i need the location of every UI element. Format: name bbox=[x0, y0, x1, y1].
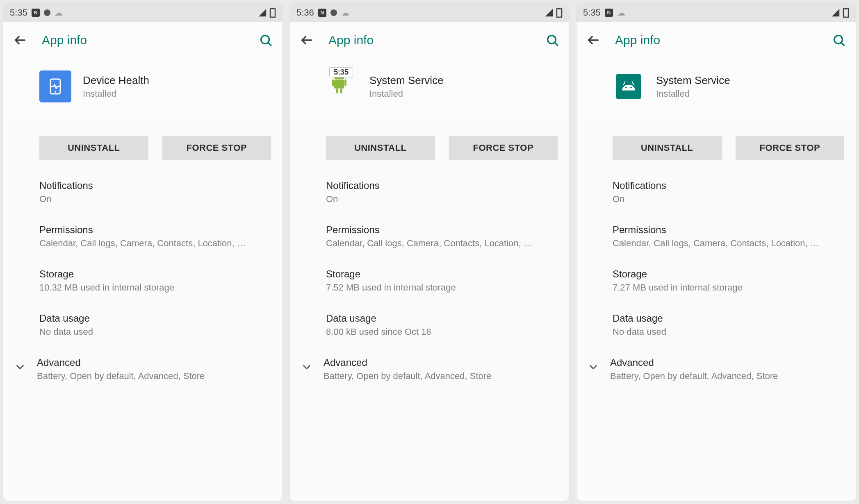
status-wifi-icon: ☁ bbox=[55, 8, 63, 18]
back-button[interactable] bbox=[13, 33, 27, 47]
svg-rect-15 bbox=[336, 89, 338, 93]
row-sub: No data used bbox=[39, 327, 261, 337]
status-time: 5:36 bbox=[296, 7, 314, 18]
row-sub: 7.52 MB used in internal storage bbox=[326, 282, 547, 293]
status-app-icon: N bbox=[318, 9, 326, 17]
row-sub: Battery, Open by default, Advanced, Stor… bbox=[324, 371, 491, 381]
signal-icon bbox=[545, 8, 554, 17]
force-stop-button[interactable]: FORCE STOP bbox=[449, 136, 558, 160]
row-title: Notifications bbox=[39, 180, 271, 191]
app-icon-android: 5:35 bbox=[326, 70, 358, 102]
status-app-icon: N bbox=[605, 9, 613, 17]
svg-rect-1 bbox=[270, 9, 275, 17]
row-title: Permissions bbox=[39, 224, 271, 236]
svg-rect-13 bbox=[332, 79, 334, 86]
status-bar: 5:35 N ☁ bbox=[576, 3, 856, 22]
row-data-usage[interactable]: Data usage No data used bbox=[613, 313, 844, 337]
back-button[interactable] bbox=[586, 33, 600, 47]
row-sub: On bbox=[326, 194, 547, 204]
uninstall-button[interactable]: UNINSTALL bbox=[613, 136, 722, 160]
row-sub: Calendar, Call logs, Camera, Contacts, L… bbox=[326, 238, 547, 249]
row-sub: Battery, Open by default, Advanced, Stor… bbox=[610, 371, 778, 381]
app-icon bbox=[613, 70, 645, 102]
row-title: Data usage bbox=[326, 313, 558, 324]
battery-icon bbox=[843, 8, 849, 18]
content-area: UNINSTALL FORCE STOP Notifications On Pe… bbox=[3, 119, 283, 501]
status-wifi-icon: ☁ bbox=[617, 8, 625, 18]
row-title: Permissions bbox=[613, 224, 844, 236]
app-icon: 5:35 bbox=[326, 70, 358, 102]
app-status: Installed bbox=[83, 89, 149, 99]
row-title: Advanced bbox=[37, 357, 205, 368]
row-data-usage[interactable]: Data usage 8.00 kB used since Oct 18 bbox=[326, 313, 558, 337]
app-icon-android-teal bbox=[616, 74, 641, 99]
search-button[interactable] bbox=[545, 33, 559, 47]
row-title: Advanced bbox=[610, 357, 778, 368]
app-icon-badge: 5:35 bbox=[329, 67, 353, 77]
app-header[interactable]: Device Health Installed bbox=[3, 58, 283, 119]
signal-icon bbox=[831, 8, 840, 17]
battery-icon bbox=[556, 8, 563, 18]
row-notifications[interactable]: Notifications On bbox=[39, 180, 271, 204]
app-icon-devicehealth bbox=[39, 70, 71, 102]
page-title: App info bbox=[42, 33, 87, 47]
row-storage[interactable]: Storage 7.27 MB used in internal storage bbox=[613, 268, 844, 293]
row-sub: 8.00 kB used since Oct 18 bbox=[326, 327, 547, 337]
row-sub: Battery, Open by default, Advanced, Stor… bbox=[37, 371, 205, 381]
row-sub: Calendar, Call logs, Camera, Contacts, L… bbox=[39, 238, 261, 249]
row-advanced[interactable]: Advanced Battery, Open by default, Advan… bbox=[14, 357, 271, 381]
status-bar: 5:35 N ☁ bbox=[3, 3, 283, 22]
row-sub: On bbox=[39, 194, 261, 204]
search-button[interactable] bbox=[259, 33, 273, 47]
status-time: 5:35 bbox=[583, 7, 601, 18]
status-bar: 5:36 N ☁ bbox=[290, 3, 569, 22]
row-title: Advanced bbox=[324, 357, 491, 368]
content-area: UNINSTALL FORCE STOP Notifications On Pe… bbox=[576, 119, 856, 501]
row-notifications[interactable]: Notifications On bbox=[326, 180, 558, 204]
row-advanced[interactable]: Advanced Battery, Open by default, Advan… bbox=[301, 357, 558, 381]
uninstall-button[interactable]: UNINSTALL bbox=[39, 136, 148, 160]
row-sub: 10.32 MB used in internal storage bbox=[39, 282, 261, 293]
force-stop-button[interactable]: FORCE STOP bbox=[162, 136, 271, 160]
signal-icon bbox=[258, 8, 267, 17]
svg-line-27 bbox=[632, 82, 634, 85]
svg-rect-8 bbox=[557, 9, 562, 17]
row-data-usage[interactable]: Data usage No data used bbox=[39, 313, 271, 337]
svg-rect-14 bbox=[344, 79, 346, 86]
row-title: Storage bbox=[39, 268, 271, 280]
svg-line-4 bbox=[268, 43, 271, 45]
chevron-down-icon bbox=[587, 361, 599, 375]
battery-icon bbox=[269, 8, 276, 18]
chevron-down-icon bbox=[301, 361, 313, 375]
row-title: Storage bbox=[326, 268, 558, 280]
app-bar: App info bbox=[290, 22, 569, 58]
row-storage[interactable]: Storage 10.32 MB used in internal storag… bbox=[39, 268, 271, 293]
chevron-down-icon bbox=[14, 361, 26, 375]
row-title: Data usage bbox=[39, 313, 271, 324]
app-bar: App info bbox=[3, 22, 283, 58]
uninstall-button[interactable]: UNINSTALL bbox=[326, 136, 435, 160]
back-button[interactable] bbox=[300, 33, 314, 47]
row-advanced[interactable]: Advanced Battery, Open by default, Advan… bbox=[587, 357, 844, 381]
status-notification-icon bbox=[330, 9, 337, 16]
row-sub: Calendar, Call logs, Camera, Contacts, L… bbox=[613, 238, 834, 249]
row-permissions[interactable]: Permissions Calendar, Call logs, Camera,… bbox=[39, 224, 271, 249]
app-header[interactable]: System Service Installed bbox=[576, 58, 856, 119]
svg-point-29 bbox=[630, 87, 632, 89]
app-header[interactable]: 5:35 System Service Installed bbox=[290, 58, 569, 119]
row-permissions[interactable]: Permissions Calendar, Call logs, Camera,… bbox=[613, 224, 844, 249]
status-app-icon: N bbox=[32, 9, 40, 17]
row-storage[interactable]: Storage 7.52 MB used in internal storage bbox=[326, 268, 558, 293]
row-permissions[interactable]: Permissions Calendar, Call logs, Camera,… bbox=[326, 224, 558, 249]
status-notification-icon bbox=[44, 9, 50, 16]
search-button[interactable] bbox=[832, 33, 846, 47]
svg-rect-22 bbox=[843, 9, 848, 17]
row-notifications[interactable]: Notifications On bbox=[613, 180, 844, 204]
svg-point-6 bbox=[55, 91, 56, 93]
phone-screen: 5:35 N ☁ App info Device Health Installe… bbox=[3, 3, 283, 501]
force-stop-button[interactable]: FORCE STOP bbox=[736, 136, 845, 160]
app-name: Device Health bbox=[83, 74, 149, 87]
page-title: App info bbox=[615, 33, 660, 47]
svg-line-11 bbox=[555, 43, 558, 45]
status-time: 5:35 bbox=[10, 7, 27, 18]
